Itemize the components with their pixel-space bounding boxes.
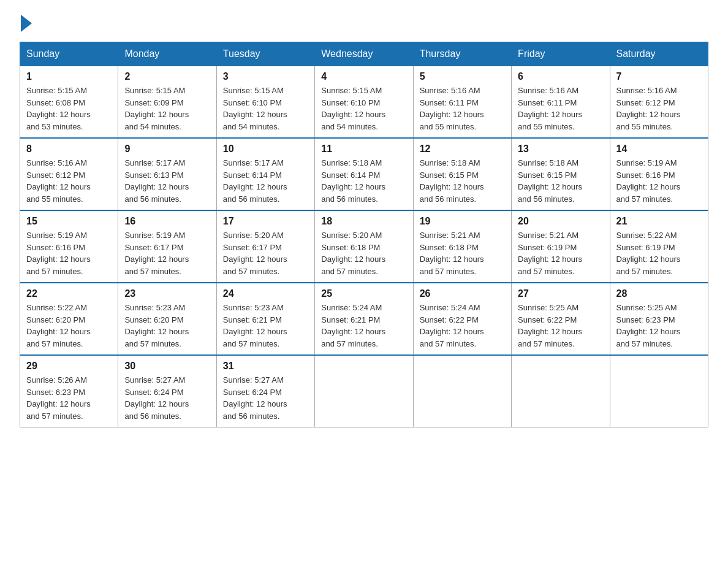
day-info: Sunrise: 5:23 AMSunset: 6:20 PMDaylight:… (124, 303, 189, 348)
calendar-day-cell: 25 Sunrise: 5:24 AMSunset: 6:21 PMDaylig… (315, 283, 413, 355)
calendar-day-cell: 12 Sunrise: 5:18 AMSunset: 6:15 PMDaylig… (413, 138, 511, 210)
calendar-day-cell: 21 Sunrise: 5:22 AMSunset: 6:19 PMDaylig… (610, 210, 708, 283)
calendar-day-cell: 16 Sunrise: 5:19 AMSunset: 6:17 PMDaylig… (118, 210, 216, 283)
day-info: Sunrise: 5:21 AMSunset: 6:18 PMDaylight:… (420, 231, 484, 276)
day-info: Sunrise: 5:17 AMSunset: 6:13 PMDaylight:… (124, 158, 189, 204)
calendar-day-cell: 23 Sunrise: 5:23 AMSunset: 6:20 PMDaylig… (118, 283, 216, 355)
day-info: Sunrise: 5:25 AMSunset: 6:23 PMDaylight:… (616, 303, 681, 348)
calendar-day-cell: 22 Sunrise: 5:22 AMSunset: 6:20 PMDaylig… (20, 283, 118, 355)
calendar-table: SundayMondayTuesdayWednesdayThursdayFrid… (20, 42, 708, 427)
day-info: Sunrise: 5:24 AMSunset: 6:22 PMDaylight:… (420, 303, 484, 348)
day-info: Sunrise: 5:16 AMSunset: 6:12 PMDaylight:… (616, 86, 681, 131)
day-number: 22 (26, 288, 112, 299)
day-number: 16 (124, 216, 210, 227)
calendar-day-cell: 9 Sunrise: 5:17 AMSunset: 6:13 PMDayligh… (118, 138, 216, 210)
day-info: Sunrise: 5:17 AMSunset: 6:14 PMDaylight:… (223, 158, 287, 204)
calendar-day-cell: 6 Sunrise: 5:16 AMSunset: 6:11 PMDayligh… (512, 66, 610, 139)
calendar-day-cell: 4 Sunrise: 5:15 AMSunset: 6:10 PMDayligh… (315, 66, 413, 139)
calendar-week-row: 22 Sunrise: 5:22 AMSunset: 6:20 PMDaylig… (20, 283, 708, 355)
calendar-day-cell: 2 Sunrise: 5:15 AMSunset: 6:09 PMDayligh… (118, 66, 216, 139)
day-info: Sunrise: 5:16 AMSunset: 6:11 PMDaylight:… (420, 86, 484, 131)
day-number: 31 (223, 361, 308, 372)
day-number: 25 (321, 288, 406, 299)
day-number: 1 (26, 71, 112, 82)
day-info: Sunrise: 5:26 AMSunset: 6:23 PMDaylight:… (26, 375, 91, 421)
page-header (20, 15, 708, 32)
day-of-week-header: Thursday (413, 42, 511, 66)
calendar-day-cell: 20 Sunrise: 5:21 AMSunset: 6:19 PMDaylig… (512, 210, 610, 283)
day-info: Sunrise: 5:19 AMSunset: 6:17 PMDaylight:… (124, 231, 189, 276)
day-info: Sunrise: 5:19 AMSunset: 6:16 PMDaylight:… (616, 158, 681, 204)
calendar-day-cell: 18 Sunrise: 5:20 AMSunset: 6:18 PMDaylig… (315, 210, 413, 283)
calendar-day-cell: 29 Sunrise: 5:26 AMSunset: 6:23 PMDaylig… (20, 355, 118, 427)
calendar-day-cell: 27 Sunrise: 5:25 AMSunset: 6:22 PMDaylig… (512, 283, 610, 355)
day-info: Sunrise: 5:25 AMSunset: 6:22 PMDaylight:… (518, 303, 582, 348)
day-number: 3 (223, 71, 308, 82)
day-info: Sunrise: 5:18 AMSunset: 6:15 PMDaylight:… (518, 158, 582, 204)
day-number: 9 (124, 144, 210, 155)
day-number: 21 (616, 216, 702, 227)
calendar-week-row: 29 Sunrise: 5:26 AMSunset: 6:23 PMDaylig… (20, 355, 708, 427)
day-of-week-header: Friday (512, 42, 610, 66)
calendar-day-cell: 19 Sunrise: 5:21 AMSunset: 6:18 PMDaylig… (413, 210, 511, 283)
day-info: Sunrise: 5:22 AMSunset: 6:19 PMDaylight:… (616, 231, 681, 276)
day-info: Sunrise: 5:20 AMSunset: 6:18 PMDaylight:… (321, 231, 385, 276)
day-number: 24 (223, 288, 308, 299)
calendar-day-cell (610, 355, 708, 427)
day-number: 30 (124, 361, 210, 372)
day-info: Sunrise: 5:16 AMSunset: 6:12 PMDaylight:… (26, 158, 91, 204)
day-number: 10 (223, 144, 308, 155)
calendar-day-cell (512, 355, 610, 427)
day-info: Sunrise: 5:18 AMSunset: 6:14 PMDaylight:… (321, 158, 385, 204)
day-info: Sunrise: 5:19 AMSunset: 6:16 PMDaylight:… (26, 231, 91, 276)
day-info: Sunrise: 5:24 AMSunset: 6:21 PMDaylight:… (321, 303, 385, 348)
day-info: Sunrise: 5:21 AMSunset: 6:19 PMDaylight:… (518, 231, 582, 276)
day-number: 4 (321, 71, 406, 82)
day-number: 6 (518, 71, 603, 82)
day-number: 18 (321, 216, 406, 227)
day-info: Sunrise: 5:18 AMSunset: 6:15 PMDaylight:… (420, 158, 484, 204)
day-info: Sunrise: 5:15 AMSunset: 6:09 PMDaylight:… (124, 86, 189, 131)
day-number: 27 (518, 288, 603, 299)
day-number: 5 (420, 71, 505, 82)
day-number: 2 (124, 71, 210, 82)
calendar-day-cell: 3 Sunrise: 5:15 AMSunset: 6:10 PMDayligh… (216, 66, 314, 139)
calendar-header-row: SundayMondayTuesdayWednesdayThursdayFrid… (20, 42, 708, 66)
day-number: 13 (518, 144, 603, 155)
day-number: 11 (321, 144, 406, 155)
day-number: 8 (26, 144, 112, 155)
day-info: Sunrise: 5:27 AMSunset: 6:24 PMDaylight:… (124, 375, 189, 421)
day-info: Sunrise: 5:27 AMSunset: 6:24 PMDaylight:… (223, 375, 287, 421)
calendar-day-cell: 24 Sunrise: 5:23 AMSunset: 6:21 PMDaylig… (216, 283, 314, 355)
day-of-week-header: Monday (118, 42, 216, 66)
logo-arrow-icon (21, 15, 32, 32)
calendar-day-cell: 1 Sunrise: 5:15 AMSunset: 6:08 PMDayligh… (20, 66, 118, 139)
calendar-day-cell: 8 Sunrise: 5:16 AMSunset: 6:12 PMDayligh… (20, 138, 118, 210)
calendar-day-cell: 28 Sunrise: 5:25 AMSunset: 6:23 PMDaylig… (610, 283, 708, 355)
logo (20, 15, 33, 32)
day-of-week-header: Wednesday (315, 42, 413, 66)
calendar-day-cell: 17 Sunrise: 5:20 AMSunset: 6:17 PMDaylig… (216, 210, 314, 283)
day-info: Sunrise: 5:16 AMSunset: 6:11 PMDaylight:… (518, 86, 582, 131)
calendar-day-cell: 7 Sunrise: 5:16 AMSunset: 6:12 PMDayligh… (610, 66, 708, 139)
day-number: 19 (420, 216, 505, 227)
day-info: Sunrise: 5:20 AMSunset: 6:17 PMDaylight:… (223, 231, 287, 276)
calendar-day-cell: 30 Sunrise: 5:27 AMSunset: 6:24 PMDaylig… (118, 355, 216, 427)
day-number: 12 (420, 144, 505, 155)
day-info: Sunrise: 5:15 AMSunset: 6:10 PMDaylight:… (223, 86, 287, 131)
day-of-week-header: Tuesday (216, 42, 314, 66)
day-number: 29 (26, 361, 112, 372)
calendar-week-row: 15 Sunrise: 5:19 AMSunset: 6:16 PMDaylig… (20, 210, 708, 283)
day-number: 14 (616, 144, 702, 155)
calendar-week-row: 8 Sunrise: 5:16 AMSunset: 6:12 PMDayligh… (20, 138, 708, 210)
day-number: 17 (223, 216, 308, 227)
calendar-day-cell: 15 Sunrise: 5:19 AMSunset: 6:16 PMDaylig… (20, 210, 118, 283)
calendar-day-cell: 13 Sunrise: 5:18 AMSunset: 6:15 PMDaylig… (512, 138, 610, 210)
calendar-day-cell: 14 Sunrise: 5:19 AMSunset: 6:16 PMDaylig… (610, 138, 708, 210)
day-number: 15 (26, 216, 112, 227)
day-info: Sunrise: 5:15 AMSunset: 6:10 PMDaylight:… (321, 86, 385, 131)
day-info: Sunrise: 5:22 AMSunset: 6:20 PMDaylight:… (26, 303, 91, 348)
calendar-day-cell: 10 Sunrise: 5:17 AMSunset: 6:14 PMDaylig… (216, 138, 314, 210)
day-of-week-header: Saturday (610, 42, 708, 66)
day-info: Sunrise: 5:23 AMSunset: 6:21 PMDaylight:… (223, 303, 287, 348)
